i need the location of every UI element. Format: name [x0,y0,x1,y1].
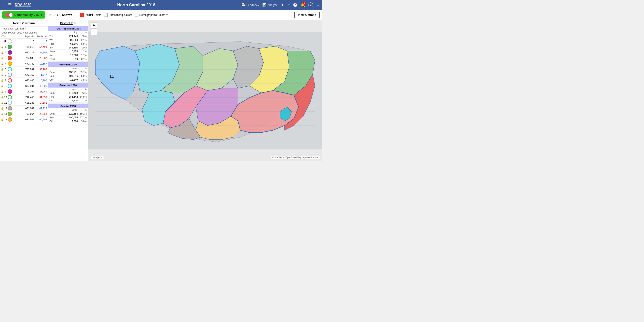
district-population: 707,064 [12,113,34,115]
votes-section-header: Votes % [48,67,88,70]
header-nav: 💬 Feedback 📊 Analyze ⬆ ↗ 🕐 🔔 2 ? ⚙ [241,2,320,7]
district-color-swatch [8,117,12,122]
bl-label: Bl+ [50,46,58,49]
lock-icon: 🔒 [1,96,4,99]
hisp-val: 63,646 [58,42,78,45]
district-row[interactable]: 🔒12631,981-49,125 [0,106,48,111]
zoom-in-button[interactable]: + [90,22,97,29]
district-colors-checkbox[interactable]: ✓ [80,13,84,17]
gov-dem-row: Dem 143,463 43% [48,91,88,95]
pres-oth-pct: 3.5% [78,78,87,81]
history-button[interactable]: 🕐 [293,3,298,7]
lock-icon: 🔒 [1,68,4,71]
district-population: 679,759 [12,73,34,76]
un-row[interactable]: Un 0 0 [0,39,48,44]
district-row[interactable]: 🔒4670,749-10,357 [0,61,48,67]
logo[interactable]: DRA 2020 [15,3,31,7]
show-button[interactable]: Show ▾ [62,13,72,16]
partisanship-colors-option[interactable]: Partisanship Colors [104,13,132,17]
col-cd: CD [1,35,13,38]
district-header: District 7 ✏ [48,20,88,26]
pres-rep-row: Rep 191,846 56.9% [48,74,88,78]
gov-rep-label: Rep [50,95,58,98]
toolbar: Color Map by VTD ▾ ↩ ↪ Show ▾ → ✓ Distri… [0,10,322,20]
district-number: 1 [4,45,7,48]
pop-section-header: Pop % [48,31,88,34]
lock-icon: 🔒 [1,62,4,65]
share-button[interactable]: ⬆ [281,3,284,7]
lock-icon: 🔒 [1,57,4,59]
redo-button[interactable]: ↪ [54,12,60,18]
district-row[interactable]: 🔒13707,06425,958 [0,111,48,117]
edit-icon[interactable]: ✏ [74,22,76,24]
district-number: 4 [4,62,7,65]
color-map-button[interactable]: Color Map by VTD ▾ [2,11,45,18]
district-row[interactable]: 🔒1735,51554,409 [0,44,48,50]
wh-row: Wh 500,064 69.1% [48,38,88,42]
wh-label: Wh [50,39,58,41]
district-number: 14 [4,118,7,121]
partisanship-checkbox[interactable] [104,13,108,17]
show-label: Show [62,13,70,16]
un-circle [8,39,12,43]
view-options-button[interactable]: View Options [294,12,320,18]
district-row[interactable]: 🔒9706,16725,061 [0,89,48,94]
hisp-label: Hisp [50,42,58,45]
president-section-title: President 2016 [48,62,88,67]
help-button[interactable]: ? [308,2,313,7]
wh-pct: 69.1% [78,39,87,41]
nat-label: Nat+ [50,54,58,56]
district-row[interactable]: 🔒2642,111-38,995 [0,50,48,55]
district-row[interactable]: 🔒7670,406-10,700 [0,78,48,83]
page-title: North Carolina 2018 [33,3,240,7]
toggle-switch[interactable] [5,13,13,17]
district-row[interactable]: 🔒8637,901-43,205 [0,83,48,89]
asn-pct: 1.2% [78,50,87,53]
pac-row: Pac+ 810 0.1% [48,57,88,61]
sen-dem-row: Dem 129,883 39.1% [48,112,88,116]
district-population: 706,167 [12,90,34,93]
district-row[interactable]: 🔒5720,89239,786 [0,67,48,72]
pac-pct: 0.1% [78,58,87,60]
district-row[interactable]: 🔒10712,45631,350 [0,94,48,100]
demographics-checkbox[interactable] [134,13,138,17]
district-row[interactable]: 🔒3704,68823,582 [0,55,48,61]
settings-button[interactable]: ⚙ [316,2,320,7]
selected-district-title: District 7 [60,21,73,25]
nat-row: Nat+ 12,528 1.7% [48,53,88,57]
district-deviation: -10,700 [35,79,47,82]
district-population: 720,892 [12,68,34,71]
district-colors-option[interactable]: ✓ District Colors [80,13,102,17]
district-deviation: -38,995 [35,51,47,54]
district-table-header: CD Population Deviation [0,35,48,39]
district-row[interactable]: 🔒11695,28714,181 [0,100,48,106]
feedback-button[interactable]: 💬 Feedback [241,3,259,7]
notifications-button[interactable]: 🔔 2 [300,3,305,7]
district-color-swatch [8,84,12,88]
expand-button[interactable]: ↗ [287,3,290,7]
district-colors-label: District Colors [85,13,102,16]
back-button[interactable]: ← [2,3,6,7]
hisp-pct: 8.8% [78,42,87,45]
analyze-button[interactable]: 📊 Analyze [262,3,278,7]
district-row[interactable]: 🔒6679,759-1,347 [0,72,48,78]
zoom-out-button[interactable]: − [90,29,97,35]
sen-rep-pct: 57.2% [78,116,87,119]
district-row[interactable]: 🔒14620,507-60,599 [0,117,48,122]
feedback-label: Feedback [246,3,259,7]
map-area[interactable]: 11 [88,20,322,161]
menu-button[interactable]: ☰ [8,2,12,7]
lock-icon: 🔒 [1,113,4,115]
sen-rep-row: Rep 190,056 57.2% [48,116,88,120]
col-deviation: Deviation [35,35,47,38]
pres-dem-pct: 39.7% [78,71,87,73]
demographics-colors-option[interactable]: Demographics Colors ▾ [134,13,168,17]
undo-button[interactable]: ↩ [47,12,53,18]
tot-row: Tot 724,149 100% [48,34,88,38]
district-number: 7 [4,79,7,82]
pres-rep-val: 191,846 [58,75,78,77]
un-dev: 0 [35,40,47,43]
gov-dem-pct: 43% [78,92,87,94]
district-population: 704,688 [12,57,34,59]
data-source-info: Data Source: 2010 Vote Districts [0,31,48,35]
